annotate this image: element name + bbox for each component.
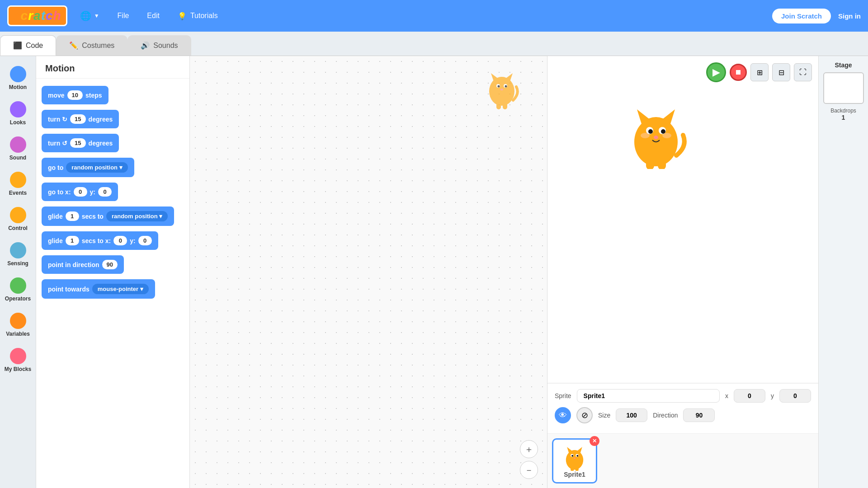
block-turn-cw[interactable]: turn ↻ 15 degrees — [42, 110, 119, 128]
zoom-out-button[interactable]: － — [520, 461, 538, 479]
stage-thumbnail[interactable] — [823, 72, 864, 104]
svg-point-20 — [641, 133, 650, 138]
zoom-controls: ＋ － — [520, 440, 538, 479]
direction-value[interactable]: 90 — [683, 408, 715, 422]
block-glide-to[interactable]: glide 1 secs to random position ▾ — [42, 206, 174, 226]
tutorials-button[interactable]: 💡 Tutorials — [172, 9, 223, 23]
svg-point-30 — [571, 455, 573, 457]
fullscreen-button[interactable]: ⛶ — [794, 63, 812, 81]
logo-text: scratch — [7, 5, 67, 26]
svg-point-1 — [492, 78, 512, 98]
sidebar-item-motion[interactable]: Motion — [2, 61, 34, 95]
block-turn-ccw[interactable]: turn ↺ 15 degrees — [42, 134, 119, 152]
svg-point-18 — [661, 129, 665, 134]
right-stage-section: Stage Backdrops 1 — [818, 56, 868, 488]
svg-point-7 — [505, 85, 507, 88]
svg-rect-34 — [576, 467, 579, 471]
layout-button-2[interactable]: ⊟ — [772, 63, 790, 81]
file-menu[interactable]: File — [112, 9, 135, 23]
sounds-tab-icon: 🔊 — [141, 41, 150, 50]
join-scratch-button[interactable]: Join Scratch — [772, 9, 831, 23]
svg-point-21 — [662, 133, 671, 138]
block-glide-xy[interactable]: glide 1 secs to x: 0 y: 0 — [42, 231, 158, 250]
block-go-to-xy[interactable]: go to x: 0 y: 0 — [42, 183, 118, 201]
tabbar: ⬛ Code ✏️ Costumes 🔊 Sounds — [0, 32, 868, 56]
sidebar-item-looks[interactable]: Looks — [2, 97, 34, 130]
block-panel-title: Motion — [36, 56, 189, 79]
sidebar-item-control[interactable]: Control — [2, 202, 34, 236]
size-value[interactable]: 100 — [616, 408, 647, 422]
edit-menu[interactable]: Edit — [142, 9, 165, 23]
sprite-list-area: ✕ Sprite1 — [547, 433, 818, 488]
globe-icon: 🌐 — [80, 10, 91, 21]
sidebar: Motion Looks Sound Events Control Sensin… — [0, 56, 36, 488]
size-label: Size — [598, 412, 610, 419]
svg-rect-10 — [503, 101, 507, 109]
tab-code[interactable]: ⬛ Code — [0, 35, 56, 56]
layout-button-1[interactable]: ⊞ — [750, 63, 769, 81]
show-sprite-button[interactable]: 👁 — [555, 407, 571, 423]
stage-panel: ▶ ⏹ ⊞ ⊟ ⛶ — [547, 56, 818, 488]
svg-point-8 — [500, 89, 503, 90]
sidebar-item-sound[interactable]: Sound — [2, 132, 34, 165]
control-icon — [10, 207, 26, 223]
sidebar-item-variables[interactable]: Variables — [2, 308, 34, 342]
sidebar-item-my-blocks[interactable]: My Blocks — [2, 343, 34, 377]
my-blocks-icon — [10, 348, 26, 364]
block-point-towards[interactable]: point towards mouse-pointer ▾ — [42, 279, 155, 299]
globe-button[interactable]: 🌐 ▼ — [75, 8, 105, 24]
direction-label: Direction — [653, 412, 678, 419]
sidebar-item-events[interactable]: Events — [2, 167, 34, 201]
sprite-info: Sprite x 0 y 0 👁 ⊘ Size 100 Direction 90 — [547, 383, 818, 433]
x-label: x — [725, 392, 728, 399]
sign-in-button[interactable]: Sign in — [838, 12, 861, 20]
x-value[interactable]: 0 — [734, 389, 765, 403]
green-flag-button[interactable]: ▶ — [706, 62, 726, 82]
block-go-to[interactable]: go to random position ▾ — [42, 158, 134, 177]
stage-section-label: Stage — [835, 61, 852, 69]
tab-sounds[interactable]: 🔊 Sounds — [127, 35, 191, 56]
svg-point-6 — [498, 85, 500, 88]
svg-point-32 — [574, 457, 576, 459]
hide-sprite-button[interactable]: ⊘ — [576, 407, 593, 423]
sidebar-item-operators[interactable]: Operators — [2, 273, 34, 306]
stage-sprite-cat — [624, 101, 688, 171]
main-layout: Motion Looks Sound Events Control Sensin… — [0, 56, 868, 488]
stop-button[interactable]: ⏹ — [730, 64, 747, 81]
block-point-dir[interactable]: point in direction 90 — [42, 255, 124, 274]
svg-rect-9 — [496, 101, 501, 109]
motion-icon — [10, 66, 26, 82]
events-icon — [10, 172, 26, 188]
sprite-list-item[interactable]: ✕ Sprite1 — [552, 438, 597, 483]
costumes-tab-icon: ✏️ — [69, 41, 78, 50]
operators-icon — [10, 277, 26, 294]
script-area[interactable]: ＋ － — [190, 56, 547, 488]
svg-point-31 — [576, 455, 578, 457]
code-tab-icon: ⬛ — [13, 41, 22, 50]
svg-point-19 — [654, 136, 658, 139]
script-area-sprite — [484, 69, 520, 111]
header: scratch 🌐 ▼ File Edit 💡 Tutorials Join S… — [0, 0, 868, 32]
sprite-label: Sprite — [555, 392, 571, 399]
zoom-in-button[interactable]: ＋ — [520, 440, 538, 458]
svg-rect-33 — [571, 467, 574, 471]
block-panel: Motion move 10 steps turn ↻ 15 degrees t… — [36, 56, 190, 488]
sidebar-item-sensing[interactable]: Sensing — [2, 238, 34, 271]
sprite-close-button[interactable]: ✕ — [590, 436, 599, 446]
variables-icon — [10, 313, 26, 329]
block-move[interactable]: move 10 steps — [42, 86, 108, 104]
svg-rect-23 — [658, 160, 666, 169]
sprite-name-input[interactable] — [577, 389, 720, 403]
globe-chevron-icon: ▼ — [94, 13, 99, 19]
sprite-thumb-image — [561, 444, 588, 471]
y-label: y — [771, 392, 774, 399]
sprite-thumb-label: Sprite1 — [564, 471, 585, 478]
svg-rect-22 — [646, 160, 654, 169]
backdrops-label: Backdrops — [830, 108, 856, 114]
backdrops-count: 1 — [842, 114, 845, 121]
tab-costumes[interactable]: ✏️ Costumes — [56, 35, 127, 56]
logo[interactable]: scratch — [7, 5, 67, 26]
looks-icon — [10, 101, 26, 117]
blocks-list: move 10 steps turn ↻ 15 degrees turn ↺ 1… — [36, 79, 189, 488]
y-value[interactable]: 0 — [779, 389, 811, 403]
